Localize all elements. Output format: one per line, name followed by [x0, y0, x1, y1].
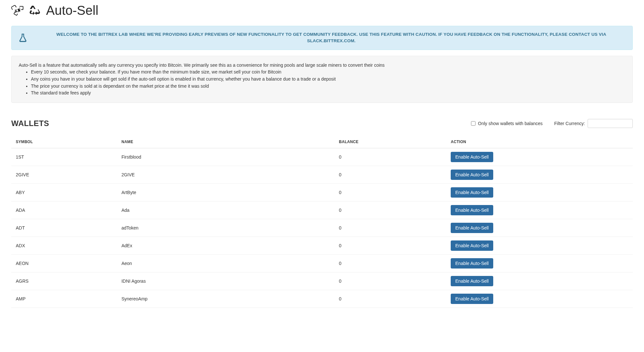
lab-banner: WELCOME TO THE BITTREX LAB WHERE WE'RE P… — [11, 26, 633, 50]
col-header-symbol[interactable]: SYMBOL — [11, 136, 117, 148]
cell-name: IDNI Agoras — [117, 272, 334, 290]
col-header-action: ACTION — [446, 136, 633, 148]
wallets-header-row: WALLETS Only show wallets with balances … — [11, 119, 633, 128]
enable-auto-sell-button[interactable]: Enable Auto-Sell — [451, 170, 493, 180]
filter-currency-label: Filter Currency: — [554, 121, 585, 126]
cell-balance: 0 — [334, 201, 446, 219]
info-panel: Auto-Sell is a feature that automaticall… — [11, 56, 633, 103]
cell-action: Enable Auto-Sell — [446, 237, 633, 254]
wallets-controls: Only show wallets with balances Filter C… — [471, 119, 633, 128]
cell-action: Enable Auto-Sell — [446, 183, 633, 201]
banner-text-part2: . — [354, 38, 356, 43]
col-header-balance[interactable]: BALANCE — [334, 136, 446, 148]
cell-action: Enable Auto-Sell — [446, 272, 633, 290]
cell-symbol: 1ST — [11, 148, 117, 166]
cell-symbol: AEON — [11, 254, 117, 272]
info-bullet: The standard trade fees apply — [31, 90, 625, 97]
table-row: ADAAda0Enable Auto-Sell — [11, 201, 633, 219]
cell-balance: 0 — [334, 254, 446, 272]
cell-balance: 0 — [334, 166, 446, 183]
cell-symbol: ADA — [11, 201, 117, 219]
cell-action: Enable Auto-Sell — [446, 201, 633, 219]
page-header: Auto-Sell — [11, 3, 633, 18]
cell-name: Aeon — [117, 254, 334, 272]
table-row: AGRSIDNI Agoras0Enable Auto-Sell — [11, 272, 633, 290]
info-bullet: Any coins you have in your balance will … — [31, 76, 625, 83]
table-row: ABYArtByte0Enable Auto-Sell — [11, 183, 633, 201]
page-title: Auto-Sell — [46, 3, 98, 18]
cell-symbol: AMP — [11, 290, 117, 308]
cell-balance: 0 — [334, 272, 446, 290]
cell-action: Enable Auto-Sell — [446, 148, 633, 166]
cell-action: Enable Auto-Sell — [446, 219, 633, 237]
cell-name: AdEx — [117, 237, 334, 254]
info-bullet-list: Every 10 seconds, we check your balance.… — [19, 69, 625, 97]
cell-name: ArtByte — [117, 183, 334, 201]
cell-name: SynereoAmp — [117, 290, 334, 308]
only-balances-checkbox-group[interactable]: Only show wallets with balances — [471, 121, 543, 126]
banner-link[interactable]: SLACK.BITTREX.COM — [307, 38, 354, 43]
enable-auto-sell-button[interactable]: Enable Auto-Sell — [451, 152, 493, 162]
info-bullet: The price your currency is sold at is de… — [31, 83, 625, 90]
cell-action: Enable Auto-Sell — [446, 290, 633, 308]
cell-action: Enable Auto-Sell — [446, 254, 633, 272]
cell-symbol: AGRS — [11, 272, 117, 290]
cell-name: Firstblood — [117, 148, 334, 166]
only-balances-checkbox[interactable] — [471, 121, 476, 126]
enable-auto-sell-button[interactable]: Enable Auto-Sell — [451, 240, 493, 251]
table-row: 2GIVE2GIVE0Enable Auto-Sell — [11, 166, 633, 183]
filter-currency-group: Filter Currency: — [554, 119, 633, 128]
cell-symbol: ABY — [11, 183, 117, 201]
cell-balance: 0 — [334, 219, 446, 237]
cell-name: Ada — [117, 201, 334, 219]
cell-balance: 0 — [334, 290, 446, 308]
wallet-table: SYMBOL NAME BALANCE ACTION 1STFirstblood… — [11, 136, 633, 308]
enable-auto-sell-button[interactable]: Enable Auto-Sell — [451, 276, 493, 286]
table-row: AEONAeon0Enable Auto-Sell — [11, 254, 633, 272]
cell-balance: 0 — [334, 148, 446, 166]
table-row: AMPSynereoAmp0Enable Auto-Sell — [11, 290, 633, 308]
cell-symbol: ADT — [11, 219, 117, 237]
cell-balance: 0 — [334, 237, 446, 254]
flask-icon — [18, 33, 28, 43]
recycle-icon — [29, 5, 41, 17]
only-balances-label: Only show wallets with balances — [478, 121, 543, 126]
enable-auto-sell-button[interactable]: Enable Auto-Sell — [451, 205, 493, 215]
cell-symbol: ADX — [11, 237, 117, 254]
enable-auto-sell-button[interactable]: Enable Auto-Sell — [451, 223, 493, 233]
enable-auto-sell-button[interactable]: Enable Auto-Sell — [451, 187, 493, 198]
banner-text-part1: WELCOME TO THE BITTREX LAB WHERE WE'RE P… — [56, 32, 606, 37]
banner-text: WELCOME TO THE BITTREX LAB WHERE WE'RE P… — [37, 31, 626, 44]
enable-auto-sell-button[interactable]: Enable Auto-Sell — [451, 258, 493, 269]
enable-auto-sell-button[interactable]: Enable Auto-Sell — [451, 294, 493, 304]
info-intro: Auto-Sell is a feature that automaticall… — [19, 62, 625, 69]
cell-symbol: 2GIVE — [11, 166, 117, 183]
cell-balance: 0 — [334, 183, 446, 201]
wallets-title: WALLETS — [11, 119, 49, 128]
table-row: ADXAdEx0Enable Auto-Sell — [11, 237, 633, 254]
info-bullet: Every 10 seconds, we check your balance.… — [31, 69, 625, 76]
cell-name: adToken — [117, 219, 334, 237]
recycle-icon — [11, 5, 24, 17]
col-header-name[interactable]: NAME — [117, 136, 334, 148]
filter-currency-input[interactable] — [588, 119, 633, 128]
table-header-row: SYMBOL NAME BALANCE ACTION — [11, 136, 633, 148]
cell-name: 2GIVE — [117, 166, 334, 183]
table-row: 1STFirstblood0Enable Auto-Sell — [11, 148, 633, 166]
cell-action: Enable Auto-Sell — [446, 166, 633, 183]
table-row: ADTadToken0Enable Auto-Sell — [11, 219, 633, 237]
